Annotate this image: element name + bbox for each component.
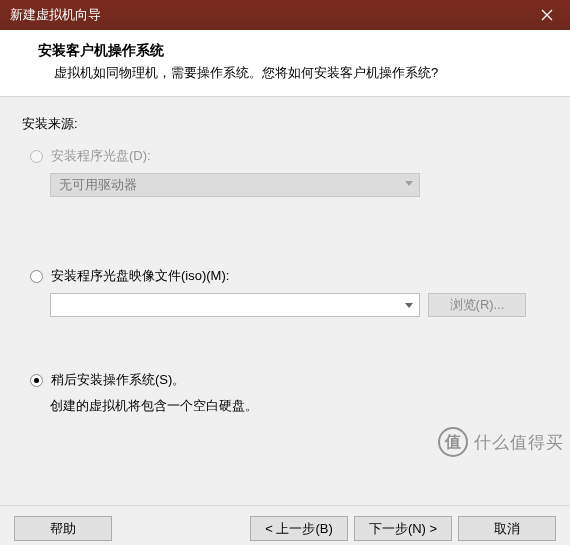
cancel-button[interactable]: 取消 [458,516,556,541]
page-title: 安装客户机操作系统 [38,42,552,60]
help-button[interactable]: 帮助 [14,516,112,541]
iso-path-input[interactable] [50,293,420,317]
watermark: 值 什么值得买 [438,427,564,457]
wizard-header: 安装客户机操作系统 虚拟机如同物理机，需要操作系统。您将如何安装客户机操作系统? [0,30,570,97]
window-title: 新建虚拟机向导 [10,6,524,24]
page-subtitle: 虚拟机如同物理机，需要操作系统。您将如何安装客户机操作系统? [54,64,552,82]
chevron-down-icon[interactable] [405,303,413,308]
option-later-label: 稍后安装操作系统(S)。 [51,371,185,389]
option-disc: 安装程序光盘(D): [30,147,548,165]
wizard-body: 安装来源: 安装程序光盘(D): 无可用驱动器 安装程序光盘映像文件(iso)(… [0,97,570,505]
disc-dropdown-value: 无可用驱动器 [59,176,137,194]
watermark-icon: 值 [438,427,468,457]
wizard-footer: 帮助 < 上一步(B) 下一步(N) > 取消 [0,505,570,545]
option-iso-label: 安装程序光盘映像文件(iso)(M): [51,267,229,285]
radio-iso[interactable] [30,270,43,283]
close-button[interactable] [524,0,570,30]
close-icon [541,9,553,21]
chevron-down-icon [405,181,413,186]
radio-later[interactable] [30,374,43,387]
option-later-hint: 创建的虚拟机将包含一个空白硬盘。 [50,397,548,415]
watermark-text: 什么值得买 [474,431,564,454]
radio-disc [30,150,43,163]
titlebar: 新建虚拟机向导 [0,0,570,30]
back-button[interactable]: < 上一步(B) [250,516,348,541]
disc-dropdown: 无可用驱动器 [50,173,420,197]
option-iso[interactable]: 安装程序光盘映像文件(iso)(M): [30,267,548,285]
source-label: 安装来源: [22,115,548,133]
option-disc-label: 安装程序光盘(D): [51,147,151,165]
browse-button: 浏览(R)... [428,293,526,317]
next-button[interactable]: 下一步(N) > [354,516,452,541]
option-later[interactable]: 稍后安装操作系统(S)。 [30,371,548,389]
